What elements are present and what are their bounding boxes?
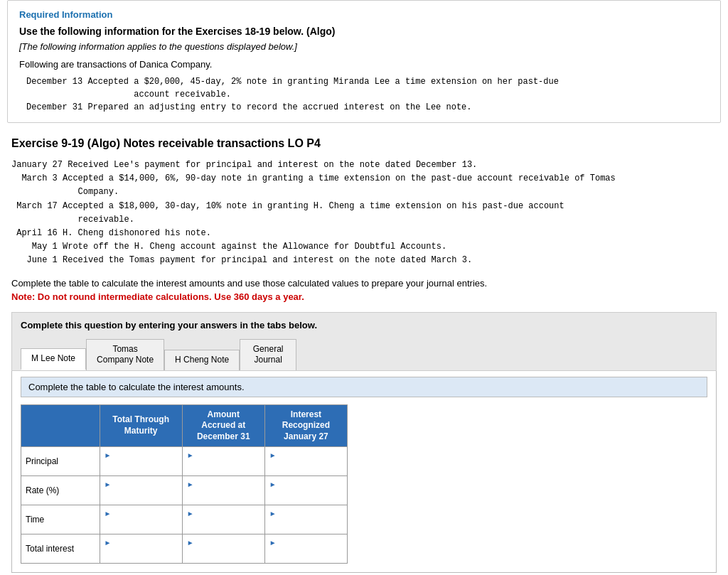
complete-instruction: Complete the table to calculate the inte… [11,278,717,289]
arrow-icon-11: ► [187,539,194,547]
tab-content-area: Complete the table to calculate the inte… [11,371,717,574]
arrow-icon-6: ► [269,480,277,488]
principal-accrued-cell[interactable]: ► [182,447,264,476]
row-label-time: Time [21,505,100,534]
transactions-block: December 13 Accepted a $20,000, 45-day, … [26,75,709,114]
total-interest-interest-cell[interactable]: ► [264,534,347,564]
required-information-link[interactable]: Required Information [19,9,709,20]
arrow-icon-7: ► [105,510,112,517]
subtable-instruction: Complete the table to calculate the inte… [21,377,707,397]
rate-interest-cell[interactable]: ► [264,476,347,505]
arrow-icon-5: ► [187,480,194,488]
table-row: Time ► ► ► [21,505,348,534]
table-row: Principal ► ► ► [21,447,348,476]
total-interest-accrued-input[interactable] [187,547,260,560]
arrow-icon-8: ► [187,510,194,517]
time-interest-cell[interactable]: ► [264,505,347,534]
row-label-principal: Principal [21,447,100,476]
time-interest-input[interactable] [269,518,343,531]
arrow-icon-10: ► [105,539,112,547]
tx-mar3: March 3 Accepted a $14,000, 6%, 90-day n… [11,173,616,183]
table-row: Total interest ► ► ► [21,534,348,564]
rate-accrued-cell[interactable]: ► [182,476,264,505]
tab-m-lee[interactable]: M Lee Note [21,348,86,370]
exercise-header: Use the following information for the Ex… [19,26,709,37]
tx-jan27: January 27 Received Lee's payment for pr… [11,160,477,170]
tab-tomas-company[interactable]: TomasCompany Note [86,339,164,370]
exercise-title: Exercise 9-19 (Algo) Notes receivable tr… [11,137,717,150]
tab-general-journal[interactable]: GeneralJournal [240,339,296,370]
exercise-919-section: Exercise 9-19 (Algo) Notes receivable tr… [0,130,728,575]
row-label-rate: Rate (%) [21,476,100,505]
col-header-empty [21,404,100,447]
red-note: Note: Do not round intermediate calculat… [11,291,717,302]
tx-apr16: April 16 H. Cheng dishonored his note. [11,228,211,238]
following-text: Following are transactions of Danica Com… [19,59,709,70]
tab-instruction: Complete this question by entering your … [21,320,707,332]
tab-container-outer: Complete this question by entering your … [11,312,717,371]
page-container: Required Information Use the following i… [0,0,728,575]
transaction-line-2: December 31 Prepared an adjusting entry … [26,102,472,112]
rate-accrued-input[interactable] [187,489,260,502]
rate-total-cell[interactable]: ► [100,476,182,505]
tx-mar17-cont: receivable. [11,215,134,225]
rate-total-input[interactable] [105,489,178,502]
col-header-interest: InterestRecognizedJanuary 27 [264,404,347,447]
tx-mar3-cont: Company. [11,187,119,197]
arrow-icon-3: ► [269,451,277,459]
principal-total-cell[interactable]: ► [100,447,182,476]
arrow-icon-12: ► [269,539,277,547]
italic-note: [The following information applies to th… [19,41,709,52]
arrow-icon-2: ► [187,451,194,459]
required-section: Required Information Use the following i… [7,0,721,123]
table-row: Rate (%) ► ► ► [21,476,348,505]
rate-interest-input[interactable] [269,489,343,502]
time-total-input[interactable] [105,518,178,531]
total-interest-total-input[interactable] [105,547,178,560]
transaction-line-1: December 13 Accepted a $20,000, 45-day, … [26,77,559,100]
col-header-accrued: AmountAccrued atDecember 31 [182,404,264,447]
principal-accrued-input[interactable] [187,460,260,473]
total-interest-interest-input[interactable] [269,547,343,560]
principal-interest-cell[interactable]: ► [264,447,347,476]
interest-table: Total ThroughMaturity AmountAccrued atDe… [21,404,348,564]
time-accrued-cell[interactable]: ► [182,505,264,534]
arrow-icon-9: ► [269,510,277,517]
total-interest-accrued-cell[interactable]: ► [182,534,264,564]
principal-total-input[interactable] [105,460,178,473]
tx-may1: May 1 Wrote off the H. Cheng account aga… [11,242,446,252]
time-total-cell[interactable]: ► [100,505,182,534]
arrow-icon-4: ► [105,480,112,488]
row-label-total-interest: Total interest [21,534,100,564]
tabs-row: M Lee Note TomasCompany Note H Cheng Not… [21,339,707,370]
arrow-icon: ► [105,451,112,459]
principal-interest-input[interactable] [269,460,343,473]
col-header-total: Total ThroughMaturity [100,404,182,447]
tx-jun1: June 1 Received the Tomas payment for pr… [11,255,472,265]
total-interest-total-cell[interactable]: ► [100,534,182,564]
tx-mar17: March 17 Accepted a $18,000, 30-day, 10%… [11,201,564,211]
time-accrued-input[interactable] [187,518,260,531]
exercise-transactions: January 27 Received Lee's payment for pr… [11,158,717,268]
tab-h-cheng[interactable]: H Cheng Note [164,350,240,370]
